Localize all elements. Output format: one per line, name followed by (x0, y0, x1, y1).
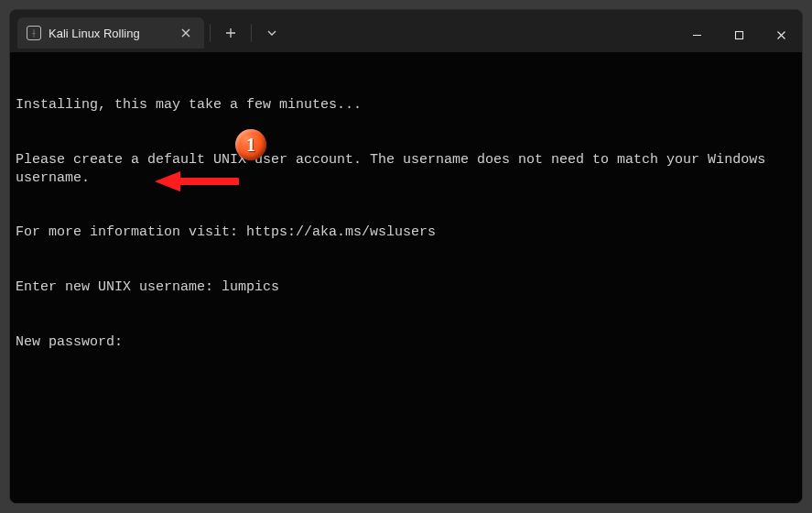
terminal-area[interactable]: Installing, this may take a few minutes.… (10, 52, 802, 503)
tab-title: Kali Linux Rolling (49, 27, 140, 40)
tab-dropdown-button[interactable] (257, 20, 287, 46)
kali-icon: ⟊ (27, 26, 41, 40)
username-prompt-value: lumpics (222, 279, 279, 295)
minimize-button[interactable] (676, 19, 718, 50)
terminal-line: Please create a default UNIX user accoun… (16, 151, 796, 188)
close-window-button[interactable] (760, 19, 802, 50)
terminal-window: ⟊ Kali Linux Rolling (9, 9, 803, 504)
tab-separator (210, 24, 211, 42)
password-prompt-label: New password: (16, 334, 131, 350)
svg-rect-0 (735, 31, 742, 38)
tab-kali[interactable]: ⟊ Kali Linux Rolling (17, 17, 204, 49)
terminal-line: Enter new UNIX username: lumpics (16, 278, 796, 297)
new-tab-button[interactable] (216, 20, 245, 46)
terminal-line: For more information visit: https://aka.… (16, 224, 796, 242)
username-prompt-label: Enter new UNIX username: (16, 279, 222, 295)
maximize-button[interactable] (718, 19, 760, 50)
tab-separator (251, 24, 252, 42)
terminal-line: New password: (16, 333, 796, 352)
title-bar: ⟊ Kali Linux Rolling (10, 10, 802, 52)
tab-close-button[interactable] (177, 24, 195, 42)
terminal-line: Installing, this may take a few minutes.… (16, 96, 796, 115)
